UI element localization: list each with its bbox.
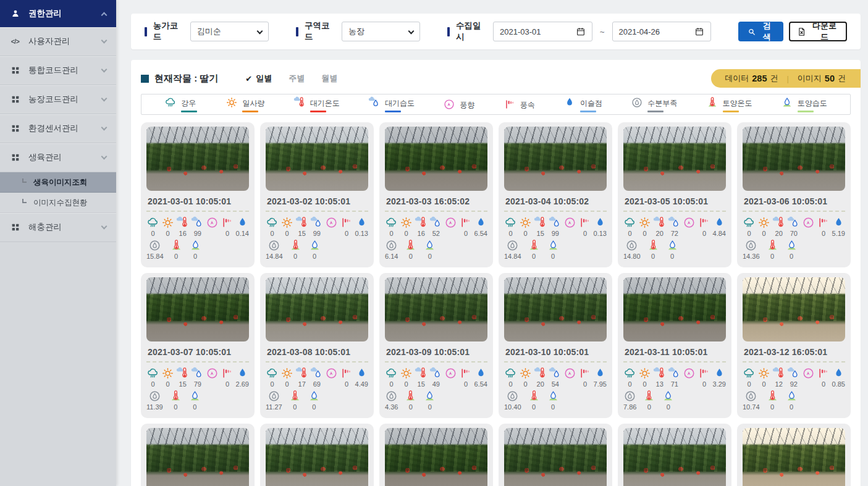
growth-image-thumbnail[interactable] (623, 428, 726, 486)
sidebar-item-permission-mgmt[interactable]: 권한관리 (0, 0, 116, 27)
metric-air_humidity: 99 (549, 216, 562, 237)
metric-rain: 0 (266, 216, 279, 237)
metric-value: 0 (345, 230, 348, 237)
tab-monthly[interactable]: 월별 (321, 73, 337, 84)
soil_temp-icon (706, 96, 718, 109)
sidebar-item-pest-mgmt[interactable]: 해충관리 (0, 213, 116, 242)
card-divider (385, 361, 487, 362)
metric-value: 0 (583, 380, 587, 388)
date-from-value: 2021-03-01 (500, 27, 541, 36)
air_humidity-icon (191, 216, 204, 229)
metric-air_humidity: 52 (429, 216, 442, 237)
growth-image-thumbnail[interactable] (504, 428, 607, 486)
growth-image-thumbnail[interactable] (146, 127, 249, 191)
image-timestamp: 2021-03-09 10:05:01 (386, 347, 486, 357)
growth-image-thumbnail[interactable] (385, 277, 487, 341)
date-range-separator: ~ (600, 27, 605, 36)
sidebar-item-label: 통합코드관리 (28, 65, 78, 76)
chevron-down-icon (257, 28, 263, 34)
metric-row: 14.3600 (743, 239, 845, 260)
growth-image-thumbnail[interactable] (504, 127, 607, 191)
rain-icon (266, 216, 279, 229)
farm-code-select[interactable]: 김미순 (190, 22, 269, 41)
metric-row: 00129200.85 (743, 367, 845, 388)
legend-series-color-bar (798, 111, 814, 112)
growth-image-thumbnail[interactable] (623, 127, 726, 191)
metric-value: 0 (643, 230, 647, 237)
wind_speed-icon (578, 367, 591, 380)
image-card: 2021-03-06 10:05:0100207005.1914.3600 (737, 122, 851, 267)
growth-image-thumbnail[interactable] (266, 428, 368, 486)
metric-dew_point: 7.95 (594, 367, 607, 388)
tab-daily[interactable]: ✔ 일별 (245, 73, 272, 84)
metric-value: 0 (285, 380, 289, 388)
growth-image-thumbnail[interactable] (266, 277, 368, 341)
sidebar-item-integrated-code-mgmt[interactable]: 통합코드관리 (0, 56, 116, 85)
calendar-icon[interactable] (576, 27, 586, 36)
filter-actions: 검색 다운로드 (738, 22, 847, 41)
metric-soil_temp: 0 (169, 390, 182, 411)
sidebar-item-farm-code-mgmt[interactable]: 농장코드관리 (0, 85, 116, 114)
metric-soil_humidity: 0 (666, 239, 679, 260)
sidebar-subitem-image-collection-status[interactable]: 이미지수집현황 (0, 193, 116, 213)
metric-air_temp: 15 (295, 216, 308, 237)
growth-image-thumbnail[interactable] (146, 428, 249, 486)
search-button[interactable]: 검색 (738, 22, 783, 41)
tab-weekly[interactable]: 주별 (289, 73, 305, 84)
content-panel: 현재작물 : 딸기 ✔ 일별 주별 월별 데이터 285 건 | 이미지 50 … (131, 60, 861, 486)
image-card: 2021-03-11 10:05:0100137103.297.8600 (618, 273, 731, 418)
metric-rain: 0 (623, 216, 636, 237)
growth-image-thumbnail[interactable] (385, 127, 487, 191)
sidebar-item-user-mgmt[interactable]: </> 사용자관리 (0, 27, 116, 56)
dew_point-icon (563, 96, 576, 109)
moisture_deficit-icon (631, 96, 643, 109)
date-to-input[interactable]: 2021-04-26 (612, 22, 712, 41)
wind_speed-icon (459, 216, 472, 229)
sidebar-item-growth-mgmt[interactable]: 생육관리 (0, 143, 116, 172)
period-tabs: ✔ 일별 주별 월별 (245, 73, 337, 84)
metric-value: 12 (775, 380, 783, 388)
image-card: 2021-03-16 10:05:02 (499, 424, 612, 486)
metric-moisture_deficit: 14.84 (266, 239, 283, 260)
moisture_deficit-icon (506, 239, 519, 252)
download-button[interactable]: 다운로드 (789, 22, 847, 41)
soil_humidity-icon (308, 239, 321, 252)
calendar-icon[interactable] (694, 27, 704, 36)
legend-series-color-bar (647, 111, 664, 112)
metric-solar: 0 (638, 216, 651, 237)
metric-soil_temp: 0 (766, 239, 779, 260)
image-card: 2021-03-05 10:05:0100207204.8414.8000 (618, 122, 731, 267)
metric-value: 0 (409, 253, 413, 260)
dew_point-icon (832, 216, 845, 229)
zone-code-select[interactable]: 농장 (342, 22, 421, 41)
growth-image-thumbnail[interactable] (504, 277, 607, 341)
date-from-input[interactable]: 2021-03-01 (493, 22, 592, 41)
metric-soil_humidity: 0 (547, 390, 560, 411)
soil_humidity-icon (547, 239, 560, 252)
soil_humidity-icon (547, 390, 560, 403)
sidebar-item-label: 생육관리 (28, 152, 62, 163)
metric-value: 0 (770, 253, 774, 260)
metric-value: 0.14 (236, 230, 249, 237)
metric-row: 00165206.54 (385, 216, 487, 237)
metric-value: 92 (790, 380, 798, 388)
growth-image-thumbnail[interactable] (743, 428, 845, 486)
growth-image-thumbnail[interactable] (623, 277, 726, 341)
data-count-label: 데이터 (725, 73, 749, 84)
legend-item-moisture_deficit: 수분부족 (631, 96, 677, 112)
air_temp-icon (415, 216, 428, 229)
metric-dew_point: 5.19 (832, 216, 845, 237)
metric-value: 70 (790, 230, 798, 237)
growth-image-thumbnail[interactable] (385, 428, 487, 486)
growth-image-thumbnail[interactable] (266, 127, 368, 191)
metric-row: 4.3600 (385, 390, 487, 411)
growth-image-thumbnail[interactable] (743, 277, 845, 341)
growth-image-thumbnail[interactable] (743, 127, 845, 191)
sidebar-item-env-sensor-mgmt[interactable]: 환경센서관리 (0, 114, 116, 143)
metric-value: 69 (313, 380, 321, 388)
metric-air_temp: 20 (772, 216, 785, 237)
metric-value: 0.13 (355, 230, 368, 237)
label-accent-bar (447, 27, 450, 36)
growth-image-thumbnail[interactable] (146, 277, 249, 341)
sidebar-subitem-growth-image-view[interactable]: 생육이미지조회 (0, 172, 116, 193)
